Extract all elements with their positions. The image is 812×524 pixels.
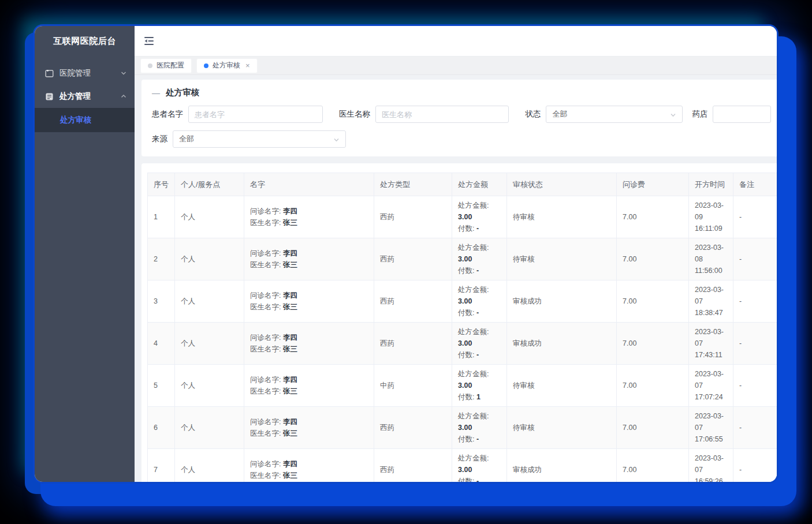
chevron-down-icon xyxy=(333,136,340,143)
cell-owner: 个人 xyxy=(175,407,244,449)
cell-no: 5 xyxy=(148,365,175,407)
cell-status: 待审核 xyxy=(507,238,617,280)
tab-prescription-review[interactable]: 处方审核 × xyxy=(196,58,258,73)
cell-amount: 处方金额: 3.00 付数: - xyxy=(452,238,507,280)
cell-amount: 处方金额: 3.00 付数: - xyxy=(452,196,507,238)
tab-bar: 医院配置 处方审核 × xyxy=(135,56,777,75)
cell-no: 1 xyxy=(148,196,175,238)
tab-dot-icon xyxy=(204,63,208,68)
patient-name-label: 患者名字 xyxy=(152,109,183,119)
cell-owner: 个人 xyxy=(175,238,244,280)
page-title: 处方审核 xyxy=(166,87,199,98)
cell-no: 2 xyxy=(148,238,175,280)
doctor-name-label: 医生名称 xyxy=(339,109,370,119)
tab-dot-icon xyxy=(148,63,152,68)
source-label: 来源 xyxy=(152,134,167,144)
cell-fee: 7.00 xyxy=(617,407,689,449)
doctor-name-input[interactable] xyxy=(375,106,509,123)
filter-form: 患者名字 医生名称 状态 全部 xyxy=(141,102,777,156)
sidebar-item-prescription-review[interactable]: 处方审核 xyxy=(35,108,135,132)
col-header-date: 开方时间 xyxy=(689,173,733,196)
cell-note: - xyxy=(733,196,777,238)
col-header-owner: 个人/服务点 xyxy=(175,173,244,196)
cell-amount: 处方金额: 3.00 付数: - xyxy=(452,323,507,365)
cell-status: 待审核 xyxy=(507,365,617,407)
cell-owner: 个人 xyxy=(175,280,244,323)
table-row: 3 个人 问诊名字: 李四 医生名字: 张三 西药 处方金额: 3.00 付数:… xyxy=(148,280,777,323)
cell-rx-type: 西药 xyxy=(374,196,452,238)
cell-date: 2023-03-07 18:38:47 xyxy=(689,280,733,323)
cell-amount: 处方金额: 3.00 付数: - xyxy=(452,449,507,482)
cell-date: 2023-03-08 11:56:00 xyxy=(689,238,733,280)
prescription-table: 序号 个人/服务点 名字 处方类型 处方金额 审核状态 问诊费 开方时间 备注 xyxy=(147,173,777,482)
tab-label: 医院配置 xyxy=(157,61,184,70)
cell-status: 审核成功 xyxy=(507,280,617,323)
col-header-status: 审核状态 xyxy=(507,173,617,196)
cell-note: - xyxy=(733,449,777,482)
cell-no: 3 xyxy=(148,280,175,323)
cell-name: 问诊名字: 李四 医生名字: 张三 xyxy=(244,365,374,407)
cell-fee: 7.00 xyxy=(617,365,689,407)
sidebar-menu: 医院管理 处方管理 处方审核 xyxy=(35,56,135,132)
cell-status: 待审核 xyxy=(507,407,617,449)
collapse-icon[interactable]: — xyxy=(152,88,160,98)
table-card: 序号 个人/服务点 名字 处方类型 处方金额 审核状态 问诊费 开方时间 备注 xyxy=(141,163,777,482)
cell-owner: 个人 xyxy=(175,449,244,482)
pharmacy-select[interactable] xyxy=(713,106,771,123)
cell-name: 问诊名字: 李四 医生名字: 张三 xyxy=(244,449,374,482)
cell-note: - xyxy=(733,365,777,407)
cell-note: - xyxy=(733,280,777,323)
sidebar: 互联网医院后台 医院管理 xyxy=(35,26,135,482)
table-row: 5 个人 问诊名字: 李四 医生名字: 张三 中药 处方金额: 3.00 付数:… xyxy=(148,365,777,407)
sidebar-item-label: 医院管理 xyxy=(59,68,115,78)
table-row: 6 个人 问诊名字: 李四 医生名字: 张三 西药 处方金额: 3.00 付数:… xyxy=(148,407,777,449)
cell-fee: 7.00 xyxy=(617,238,689,280)
filter-row-2: 来源 全部 xyxy=(152,130,771,148)
table-row: 1 个人 问诊名字: 李四 医生名字: 张三 西药 处方金额: 3.00 付数:… xyxy=(148,196,777,238)
cell-date: 2023-03-07 17:07:24 xyxy=(689,365,733,407)
cell-date: 2023-03-07 17:43:11 xyxy=(689,323,733,365)
cell-amount: 处方金额: 3.00 付数: - xyxy=(452,280,507,323)
col-header-amount: 处方金额 xyxy=(452,173,507,196)
cell-note: - xyxy=(733,323,777,365)
source-select-value: 全部 xyxy=(179,134,194,144)
cell-date: 2023-03-07 17:06:55 xyxy=(689,407,733,449)
cell-rx-type: 西药 xyxy=(374,323,452,365)
cell-status: 待审核 xyxy=(507,196,617,238)
menu-fold-icon[interactable] xyxy=(144,36,154,46)
sidebar-item-hospital-management[interactable]: 医院管理 xyxy=(35,62,135,85)
status-label: 状态 xyxy=(525,109,541,119)
app-window: 互联网医院后台 医院管理 xyxy=(35,26,777,482)
cell-rx-type: 西药 xyxy=(374,238,452,280)
source-select[interactable]: 全部 xyxy=(173,130,346,148)
cell-fee: 7.00 xyxy=(617,449,689,482)
cell-rx-type: 西药 xyxy=(374,280,452,323)
status-select[interactable]: 全部 xyxy=(546,106,683,123)
tab-hospital-config[interactable]: 医院配置 xyxy=(140,58,192,73)
close-icon[interactable]: × xyxy=(245,62,250,69)
table-row: 7 个人 问诊名字: 李四 医生名字: 张三 西药 处方金额: 3.00 付数:… xyxy=(148,449,777,482)
cell-owner: 个人 xyxy=(175,323,244,365)
chevron-down-icon xyxy=(121,70,126,76)
cell-amount: 处方金额: 3.00 付数: 1 xyxy=(452,365,507,407)
cell-rx-type: 中药 xyxy=(374,365,452,407)
sidebar-item-prescription-management[interactable]: 处方管理 xyxy=(35,85,135,108)
tab-label: 处方审核 xyxy=(213,61,240,70)
col-header-rx-type: 处方类型 xyxy=(374,173,452,196)
panel-header: — 处方审核 xyxy=(141,80,777,102)
cell-status: 审核成功 xyxy=(507,323,617,365)
cell-name: 问诊名字: 李四 医生名字: 张三 xyxy=(244,196,374,238)
patient-name-input[interactable] xyxy=(188,106,323,123)
table-row: 2 个人 问诊名字: 李四 医生名字: 张三 西药 处方金额: 3.00 付数:… xyxy=(148,238,777,280)
cell-note: - xyxy=(733,238,777,280)
cell-date: 2023-03-07 16:59:26 xyxy=(689,449,733,482)
cell-name: 问诊名字: 李四 医生名字: 张三 xyxy=(244,238,374,280)
app-title: 互联网医院后台 xyxy=(35,26,135,56)
sidebar-item-label: 处方管理 xyxy=(59,91,115,102)
col-header-note: 备注 xyxy=(733,173,777,196)
prescription-icon xyxy=(45,92,54,101)
col-header-fee: 问诊费 xyxy=(617,173,689,196)
cell-owner: 个人 xyxy=(175,365,244,407)
table-header: 序号 个人/服务点 名字 处方类型 处方金额 审核状态 问诊费 开方时间 备注 xyxy=(148,173,777,196)
cell-name: 问诊名字: 李四 医生名字: 张三 xyxy=(244,407,374,449)
